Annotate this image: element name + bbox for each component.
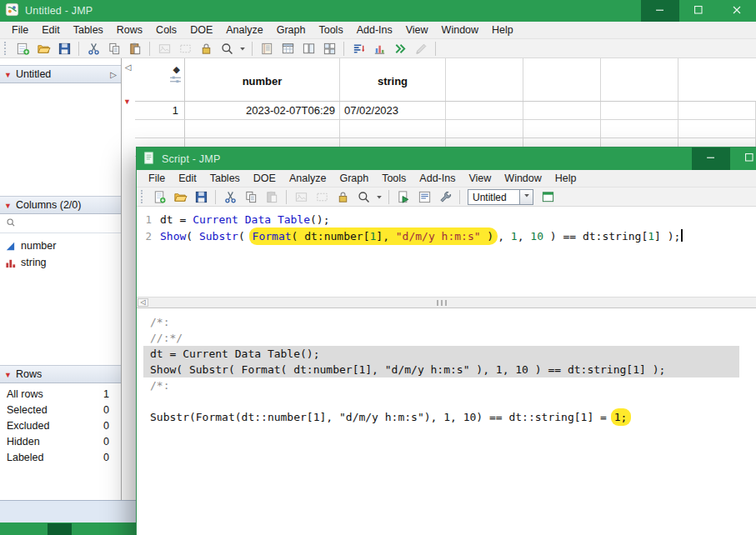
menu-edit[interactable]: Edit: [172, 171, 203, 186]
split-window-icon[interactable]: [299, 40, 318, 57]
column-header-empty: [601, 58, 678, 101]
new-data-table-icon[interactable]: [13, 40, 32, 57]
menu-window[interactable]: Window: [435, 22, 485, 38]
red-triangle-menu-icon[interactable]: ▼: [4, 68, 12, 80]
show-log-icon[interactable]: [415, 188, 433, 205]
cut-icon[interactable]: [84, 40, 103, 57]
splitter-grip[interactable]: [437, 300, 447, 306]
new-script-icon[interactable]: [150, 188, 168, 205]
window-selector-combo[interactable]: Untitled: [468, 189, 533, 205]
column-item-number[interactable]: number: [0, 238, 121, 254]
menu-help[interactable]: Help: [548, 171, 583, 186]
editor-line[interactable]: 1dt = Current Data Table();: [137, 211, 756, 228]
tools-wrench-icon[interactable]: [436, 188, 454, 205]
tile-windows-icon[interactable]: [320, 40, 338, 57]
rows-stat-all-rows: All rows1: [0, 386, 121, 402]
script-titlebar[interactable]: Script - JMP: [137, 148, 756, 170]
columns-list: numberstring: [0, 233, 121, 365]
columns-panel-title: Columns (2/0): [16, 199, 82, 211]
editor-log-splitter[interactable]: ◁: [137, 297, 756, 308]
columns-panel-header[interactable]: ▼ Columns (2/0): [0, 196, 121, 214]
magnifier-icon[interactable]: [354, 188, 373, 205]
minimize-button[interactable]: [641, 0, 679, 22]
cell[interactable]: 2023-02-07T06:29: [185, 102, 340, 119]
row-number[interactable]: 1: [135, 102, 185, 119]
script-maximize-button[interactable]: [730, 148, 756, 170]
main-titlebar[interactable]: Untitled - JMP: [0, 0, 756, 22]
toolbar-separator: [149, 42, 150, 56]
filter-icon[interactable]: [169, 72, 182, 88]
dropdown-caret-icon[interactable]: [375, 188, 383, 205]
menu-add-ins[interactable]: Add-Ins: [413, 171, 462, 186]
menu-tools[interactable]: Tools: [375, 171, 413, 186]
log-line-meta: //:*/: [143, 330, 756, 346]
red-triangle-menu-icon[interactable]: ▼: [4, 368, 12, 380]
open-file-icon[interactable]: [171, 188, 189, 205]
menu-edit[interactable]: Edit: [35, 22, 67, 38]
paste-icon[interactable]: [126, 40, 144, 57]
close-button[interactable]: [718, 0, 756, 22]
new-window-icon[interactable]: [538, 188, 557, 205]
menu-window[interactable]: Window: [498, 171, 548, 186]
journal-icon[interactable]: [258, 40, 276, 57]
dropdown-caret-icon[interactable]: [238, 40, 247, 57]
menu-help[interactable]: Help: [485, 22, 520, 38]
graph-builder-icon[interactable]: [370, 40, 388, 57]
menu-file[interactable]: File: [142, 171, 172, 186]
cell[interactable]: [601, 102, 678, 119]
columns-menu-icon[interactable]: ▼: [123, 92, 131, 108]
menu-graph[interactable]: Graph: [333, 171, 375, 186]
menu-graph[interactable]: Graph: [270, 22, 313, 38]
lock-icon[interactable]: [333, 188, 352, 205]
column-header-string[interactable]: string: [340, 58, 446, 101]
cut-icon[interactable]: [221, 188, 239, 205]
stat-label: Excluded: [7, 420, 49, 432]
cell[interactable]: 07/02/2023: [340, 102, 446, 119]
data-table-view-icon[interactable]: [278, 40, 297, 57]
run-script-icon[interactable]: [394, 188, 413, 205]
table-panel-header[interactable]: ▼ Untitled ▷: [0, 65, 121, 83]
jmp-taskbar-button[interactable]: [48, 523, 72, 535]
panel-collapse-icon[interactable]: ▷: [110, 68, 117, 80]
cell[interactable]: [523, 102, 601, 119]
menu-doe[interactable]: DOE: [247, 171, 283, 186]
sort-columns-icon[interactable]: [349, 40, 368, 57]
save-icon[interactable]: [55, 40, 73, 57]
data-table: ◆ numberstring 12023-02-07T06:2907/02/20…: [135, 58, 756, 157]
copy-icon[interactable]: [105, 40, 123, 57]
menu-analyze[interactable]: Analyze: [219, 22, 269, 38]
grid-corner[interactable]: ◆: [135, 58, 185, 101]
menu-tables[interactable]: Tables: [203, 171, 247, 186]
menu-tools[interactable]: Tools: [312, 22, 349, 38]
open-file-icon[interactable]: [34, 40, 53, 57]
rows-panel-header[interactable]: ▼ Rows: [0, 365, 121, 383]
lock-icon[interactable]: [197, 40, 215, 57]
column-header-number[interactable]: number: [185, 58, 340, 101]
collapse-panels-button[interactable]: ◁: [123, 60, 133, 71]
menu-cols[interactable]: Cols: [149, 22, 183, 38]
menu-view[interactable]: View: [462, 171, 498, 186]
splitter-collapse-button[interactable]: ◁: [138, 298, 148, 307]
menu-analyze[interactable]: Analyze: [283, 171, 333, 186]
menu-file[interactable]: File: [5, 22, 35, 38]
maximize-button[interactable]: [679, 0, 718, 22]
menu-view[interactable]: View: [399, 22, 435, 38]
copy-icon[interactable]: [242, 188, 260, 205]
menu-add-ins[interactable]: Add-Ins: [350, 22, 399, 38]
cell[interactable]: [446, 102, 523, 119]
combo-dropdown-button[interactable]: [519, 189, 533, 205]
editor-line[interactable]: 2Show( Substr( Format( dt:number[1], "d/…: [137, 228, 756, 244]
column-item-string[interactable]: string: [0, 254, 121, 271]
menu-rows[interactable]: Rows: [110, 22, 149, 38]
magnifier-icon[interactable]: [218, 40, 236, 57]
script-editor[interactable]: 1dt = Current Data Table();2Show( Substr…: [137, 207, 756, 297]
run-formulas-icon[interactable]: [391, 40, 409, 57]
save-icon[interactable]: [192, 188, 210, 205]
cell[interactable]: [678, 102, 756, 119]
log-pane[interactable]: /*://:*/dt = Current Data Table();Show( …: [137, 308, 756, 535]
red-triangle-menu-icon[interactable]: ▼: [4, 199, 12, 211]
script-minimize-button[interactable]: [692, 148, 730, 170]
menu-tables[interactable]: Tables: [67, 22, 110, 38]
columns-search-input[interactable]: [0, 214, 121, 233]
menu-doe[interactable]: DOE: [183, 22, 219, 38]
